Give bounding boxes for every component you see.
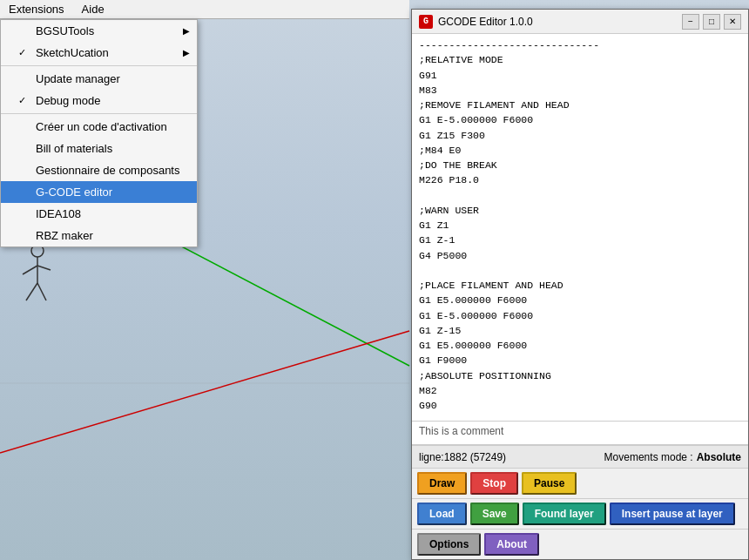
movements-label: Movements mode : bbox=[604, 451, 693, 463]
code-area: ------------------------------ ;RELATIVE… bbox=[412, 34, 748, 421]
movements-value: Absolute bbox=[697, 451, 741, 463]
separator-2 bbox=[1, 113, 197, 114]
load-button[interactable]: Load bbox=[417, 503, 467, 525]
bgsutools-menu-item[interactable]: BGSUTools bbox=[1, 20, 197, 42]
svg-line-6 bbox=[37, 266, 51, 270]
line-info: ligne:1882 (57249) bbox=[419, 451, 506, 463]
code-editor[interactable]: ------------------------------ ;RELATIVE… bbox=[412, 34, 748, 421]
sketchucation-check: ✓ bbox=[18, 47, 32, 58]
gestionnaire-menu-item[interactable]: Gestionnaire de composants bbox=[1, 159, 197, 181]
aide-menu-item[interactable]: Aide bbox=[73, 1, 113, 17]
svg-line-5 bbox=[23, 266, 37, 274]
minimize-button[interactable]: − bbox=[682, 14, 699, 30]
gcode-editor-window: G GCODE Editor 1.0.0 − □ ✕ -------------… bbox=[411, 9, 749, 560]
rbz-maker-menu-item[interactable]: RBZ maker bbox=[1, 225, 197, 246]
extensions-dropdown-menu: BGSUTools ✓ SketchUcation Update manager… bbox=[0, 19, 198, 247]
create-activation-menu-item[interactable]: Créer un code d'activation bbox=[1, 116, 197, 138]
svg-line-1 bbox=[0, 331, 409, 453]
about-button[interactable]: About bbox=[484, 533, 539, 556]
window-title-left: G GCODE Editor 1.0.0 bbox=[419, 15, 533, 29]
pause-button[interactable]: Pause bbox=[522, 472, 577, 495]
button-row-3: Options About bbox=[412, 529, 748, 559]
menu-bar: Extensions Aide bbox=[0, 0, 409, 19]
gcode-window-icon: G bbox=[419, 15, 433, 29]
update-manager-menu-item[interactable]: Update manager bbox=[1, 68, 197, 90]
bill-of-materials-menu-item[interactable]: Bill of materials bbox=[1, 138, 197, 159]
gcode-editor-menu-item[interactable]: G-CODE editor bbox=[1, 181, 197, 203]
gcode-window-title: GCODE Editor 1.0.0 bbox=[438, 16, 533, 28]
options-button[interactable]: Options bbox=[417, 533, 481, 556]
draw-button[interactable]: Draw bbox=[417, 472, 467, 495]
maximize-button[interactable]: □ bbox=[703, 14, 720, 30]
movements-info: Movements mode : Absolute bbox=[604, 451, 741, 463]
status-bar: ligne:1882 (57249) Movements mode : Abso… bbox=[412, 445, 748, 468]
stop-button[interactable]: Stop bbox=[470, 472, 518, 495]
sketchucation-menu-item[interactable]: ✓ SketchUcation bbox=[1, 42, 197, 64]
debug-mode-menu-item[interactable]: ✓ Debug mode bbox=[1, 90, 197, 111]
button-row-1: Draw Stop Pause bbox=[412, 468, 748, 498]
extensions-dropdown: BGSUTools ✓ SketchUcation Update manager… bbox=[0, 19, 198, 247]
character-figure bbox=[16, 244, 59, 314]
insert-pause-button[interactable]: Insert pause at layer bbox=[610, 503, 735, 525]
gcode-titlebar: G GCODE Editor 1.0.0 − □ ✕ bbox=[412, 10, 748, 34]
comment-box: This is a comment bbox=[412, 421, 748, 445]
button-row-2: Load Save Found layer Insert pause at la… bbox=[412, 498, 748, 529]
window-controls: − □ ✕ bbox=[682, 14, 741, 30]
extensions-menu-item[interactable]: Extensions bbox=[0, 1, 73, 17]
found-layer-button[interactable]: Found layer bbox=[523, 503, 606, 525]
save-button[interactable]: Save bbox=[470, 503, 519, 525]
svg-line-8 bbox=[37, 283, 46, 300]
close-button[interactable]: ✕ bbox=[724, 14, 741, 30]
svg-line-7 bbox=[26, 283, 37, 300]
separator-1 bbox=[1, 65, 197, 66]
idea108-menu-item[interactable]: IDEA108 bbox=[1, 203, 197, 225]
